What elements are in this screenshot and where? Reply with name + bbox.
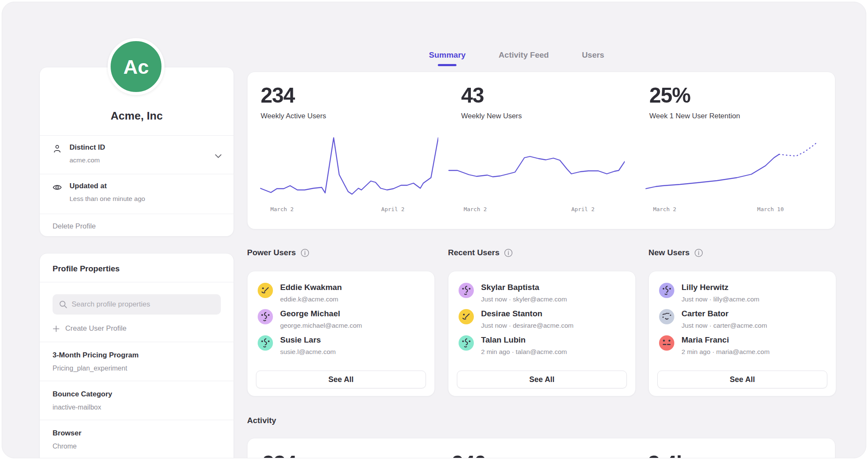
activity-stat-value: 234: [262, 451, 296, 458]
user-avatar: [258, 283, 273, 298]
user-text: Maria Franci2 min ago · maria@acme.com: [682, 335, 770, 356]
user-list-card: Lilly HerwitzJust now · lilly@acme.comCa…: [648, 271, 836, 396]
user-detail: 2 min ago · talan@acme.com: [481, 348, 567, 356]
stat-value: 43: [461, 83, 522, 108]
sparkline-chart: March 2April 2: [447, 132, 625, 197]
user-name: Desirae Stanton: [481, 309, 573, 318]
profile-field-value: Less than one minute ago: [70, 195, 145, 203]
divider: [40, 282, 234, 282]
see-all-button[interactable]: See All: [256, 371, 426, 388]
summary-card: 234Weekly Active UsersMarch 2April 243We…: [247, 72, 835, 229]
property-name: Bounce Category: [53, 390, 221, 399]
x-axis-label: March 2: [464, 206, 487, 212]
summary-stat: 234Weekly Active Users: [261, 83, 326, 120]
user-text: Eddie Kwakmaneddie.k@acme.com: [280, 283, 342, 303]
section-title: New Users: [648, 248, 690, 257]
squiggle-face: [258, 309, 273, 324]
info-icon[interactable]: [504, 248, 513, 257]
user-avatar: [258, 335, 273, 351]
wink-face: [258, 283, 273, 298]
tab-summary[interactable]: Summary: [429, 50, 466, 66]
summary-stat: 43Weekly New Users: [461, 83, 522, 120]
user-row[interactable]: Carter BatorJust now · carter@acme.com: [659, 309, 826, 329]
tab-activity-feed[interactable]: Activity Feed: [499, 50, 549, 66]
user-text: Talan Lubin2 min ago · talan@acme.com: [481, 335, 567, 356]
user-avatar: [659, 283, 674, 298]
tab-users[interactable]: Users: [582, 50, 604, 66]
user-row[interactable]: George Michaelgeorge.michael@acme.com: [258, 309, 424, 329]
user-detail: Just now · desirare@acme.com: [481, 322, 573, 329]
activity-stat-value: 3.4k: [648, 451, 687, 458]
profile-properties-title: Profile Properties: [40, 254, 234, 282]
property-row[interactable]: BrowserChrome: [40, 420, 234, 458]
profile-field-label: Updated at: [70, 182, 145, 190]
user-row[interactable]: Lilly HerwitzJust now · lilly@acme.com: [659, 283, 826, 303]
see-all-button[interactable]: See All: [457, 371, 627, 388]
stat-value: 234: [261, 83, 326, 108]
user-avatar: [659, 309, 674, 324]
search-input[interactable]: [53, 294, 221, 315]
x-axis-label: March 2: [270, 206, 294, 212]
user-section-new-users: New UsersLilly HerwitzJust now · lilly@a…: [648, 248, 836, 257]
create-user-profile-button[interactable]: Create User Profile: [53, 324, 221, 333]
user-text: Lilly HerwitzJust now · lilly@acme.com: [682, 283, 760, 303]
activity-card: 2349403.4k: [247, 438, 835, 458]
user-detail: 2 min ago · maria@acme.com: [682, 348, 770, 356]
info-icon[interactable]: [694, 248, 703, 257]
user-sections: Power UsersEddie Kwakmaneddie.k@acme.com…: [247, 248, 837, 401]
squiggle-face: [459, 335, 474, 351]
x-axis-label: March 10: [757, 206, 784, 212]
wink-face: [459, 309, 474, 324]
user-row[interactable]: Skylar BaptistaJust now · skyler@acme.co…: [459, 283, 625, 303]
create-user-profile-label: Create User Profile: [65, 324, 127, 333]
profile-field-row[interactable]: Distinct IDacme.com: [40, 136, 234, 174]
search-wrap: [53, 294, 221, 315]
property-row[interactable]: 3-Month Pricing ProgramPricing_plan_expe…: [40, 342, 234, 381]
sleep-face: [659, 309, 674, 324]
user-avatar: [459, 283, 474, 298]
profile-field-label: Distinct ID: [70, 143, 105, 152]
user-detail: susie.l@acme.com: [280, 348, 336, 356]
section-header: New Users: [648, 248, 836, 257]
company-avatar: Ac: [108, 38, 164, 95]
user-text: Susie Larssusie.l@acme.com: [280, 335, 336, 356]
profile-field-text: Distinct IDacme.com: [70, 143, 105, 164]
property-row[interactable]: Bounce Categoryinactive-mailbox: [40, 381, 234, 420]
x-axis-label: March 2: [653, 206, 676, 212]
user-row[interactable]: Desirae StantonJust now · desirare@acme.…: [459, 309, 625, 329]
property-value: inactive-mailbox: [53, 404, 221, 411]
property-value: Pricing_plan_experiment: [53, 365, 221, 372]
summary-stat: 25%Week 1 New User Retention: [649, 83, 740, 120]
user-text: Skylar BaptistaJust now · skyler@acme.co…: [481, 283, 567, 303]
see-all-button[interactable]: See All: [657, 371, 827, 388]
user-text: George Michaelgeorge.michael@acme.com: [280, 309, 362, 329]
user-row[interactable]: Susie Larssusie.l@acme.com: [258, 335, 424, 356]
user-name: Talan Lubin: [481, 335, 567, 345]
squiggle-face: [258, 335, 273, 351]
company-name: Acme, Inc: [111, 109, 163, 123]
section-title: Power Users: [247, 248, 296, 257]
delete-profile-button[interactable]: Delete Profile: [40, 214, 234, 239]
sparkline-chart: March 2April 2: [260, 132, 438, 197]
property-value: Chrome: [53, 443, 221, 450]
app-frame: Ac Acme, Inc Distinct IDacme.comUpdated …: [2, 2, 866, 458]
profile-field-value: acme.com: [70, 156, 105, 164]
tab-bar: SummaryActivity FeedUsers: [429, 50, 604, 66]
search-icon: [59, 300, 67, 309]
user-list-card: Eddie Kwakmaneddie.k@acme.comGeorge Mich…: [247, 271, 435, 396]
user-name: Lilly Herwitz: [682, 283, 760, 292]
property-name: Browser: [53, 429, 221, 438]
user-row[interactable]: Talan Lubin2 min ago · talan@acme.com: [459, 335, 625, 356]
user-detail: eddie.k@acme.com: [280, 296, 342, 303]
eye-icon: [53, 183, 62, 192]
x-axis-label: April 2: [571, 206, 595, 212]
activity-title: Activity: [247, 416, 276, 425]
user-row[interactable]: Eddie Kwakmaneddie.k@acme.com: [258, 283, 424, 303]
section-header: Power Users: [247, 248, 435, 257]
info-icon[interactable]: [300, 248, 309, 257]
plus-icon: [53, 325, 60, 332]
user-row[interactable]: Maria Franci2 min ago · maria@acme.com: [659, 335, 826, 356]
user-name: Carter Bator: [682, 309, 767, 318]
chevron-down-icon[interactable]: [215, 154, 222, 158]
activity-stat-value: 940: [452, 451, 486, 458]
